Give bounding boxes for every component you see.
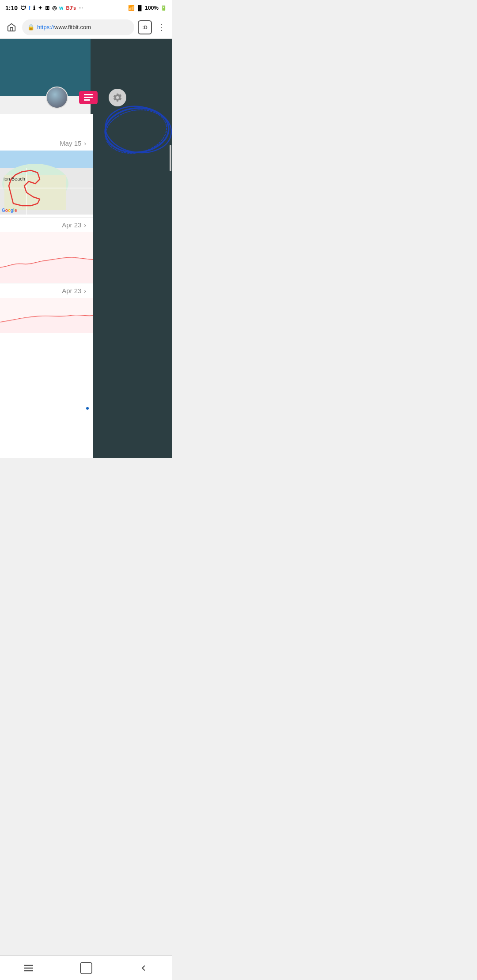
google-watermark: Google bbox=[2, 208, 17, 213]
bjs-icon: BJ's bbox=[66, 5, 76, 11]
battery-icon: 🔋 bbox=[160, 5, 167, 11]
browser-bar: 🔒 https://www.fitbit.com :D ⋮ bbox=[0, 16, 172, 39]
messages-button[interactable] bbox=[79, 91, 98, 104]
grid-icon: ⊞ bbox=[45, 5, 49, 11]
scroll-indicator[interactable] bbox=[170, 145, 171, 171]
home-button[interactable] bbox=[4, 20, 19, 34]
url-bar[interactable]: 🔒 https://www.fitbit.com bbox=[22, 19, 134, 35]
status-bar: 1:10 🛡 f ℹ ✦ ⊞ ◎ w BJ's ··· 📶 ▐▌ 100% 🔋 bbox=[0, 0, 172, 16]
tab-button[interactable]: :D bbox=[138, 20, 152, 34]
activity-date-apr23-1[interactable]: Apr 23 › bbox=[0, 218, 93, 232]
svg-rect-2 bbox=[84, 99, 90, 101]
status-time: 1:10 bbox=[5, 4, 18, 11]
wifi-icon: 📶 bbox=[128, 5, 135, 11]
url-domain: www.fitbit.com bbox=[54, 24, 91, 30]
browser-more-button[interactable]: ⋮ bbox=[155, 20, 168, 34]
chevron-apr23-1: › bbox=[84, 222, 86, 229]
signal-icon: ▐▌ bbox=[136, 5, 144, 11]
activity-section-apr23-2: Apr 23 › bbox=[0, 283, 93, 333]
pinwheel-icon: ✦ bbox=[38, 5, 42, 11]
svg-rect-0 bbox=[84, 94, 93, 95]
chevron-may15: › bbox=[84, 140, 86, 147]
profile-row bbox=[0, 87, 172, 109]
date-apr23-1: Apr 23 bbox=[62, 221, 81, 229]
chart-svg-1 bbox=[0, 232, 93, 283]
date-apr23-2: Apr 23 bbox=[62, 287, 81, 294]
chart-thumbnail-apr23-1[interactable] bbox=[0, 232, 93, 283]
info-icon: ℹ bbox=[33, 5, 35, 11]
chart-thumbnail-apr23-2[interactable] bbox=[0, 298, 93, 333]
status-left: 1:10 🛡 f ℹ ✦ ⊞ ◎ w BJ's ··· bbox=[5, 4, 83, 11]
more-icon: ··· bbox=[79, 5, 83, 11]
activity-section-may15: May 15 › bbox=[0, 136, 93, 218]
map-svg bbox=[0, 151, 93, 215]
shield-icon: 🛡 bbox=[20, 5, 26, 11]
activity-date-may15[interactable]: May 15 › bbox=[0, 136, 93, 151]
chart-svg-2 bbox=[0, 298, 93, 333]
activity-date-apr23-2[interactable]: Apr 23 › bbox=[0, 283, 93, 298]
fitbit-content: May 15 › bbox=[0, 114, 93, 458]
map-thumbnail-may15[interactable]: ion Beach Google bbox=[0, 151, 93, 215]
map-location-label: ion Beach bbox=[4, 176, 25, 181]
facebook-icon: f bbox=[29, 5, 30, 11]
chevron-apr23-2: › bbox=[84, 287, 86, 294]
settings-button[interactable] bbox=[109, 89, 126, 106]
battery-label: 100% bbox=[145, 5, 159, 11]
date-may15: May 15 bbox=[60, 139, 81, 147]
url-text: https://www.fitbit.com bbox=[37, 24, 129, 30]
url-https: https:// bbox=[37, 24, 54, 30]
w-icon: w bbox=[59, 5, 63, 11]
small-dot bbox=[86, 407, 89, 410]
activity-section-apr23-1: Apr 23 › bbox=[0, 218, 93, 283]
lock-icon: 🔒 bbox=[27, 24, 34, 30]
avatar[interactable] bbox=[46, 87, 68, 109]
status-right: 📶 ▐▌ 100% 🔋 bbox=[128, 5, 167, 11]
svg-rect-1 bbox=[84, 97, 93, 98]
chrome-icon: ◎ bbox=[52, 5, 57, 11]
